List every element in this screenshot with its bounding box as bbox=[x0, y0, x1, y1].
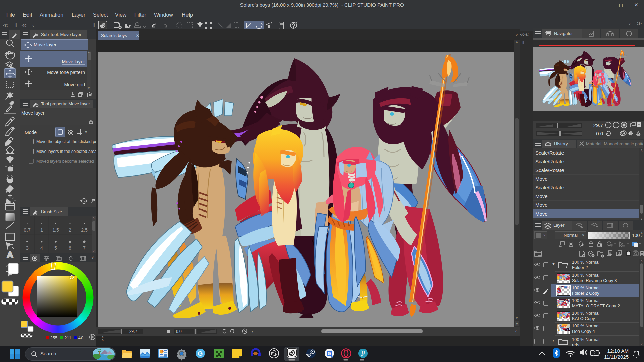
svg-text:0.7: 0.7 bbox=[24, 227, 31, 233]
svg-text:‹: ‹ bbox=[252, 329, 253, 334]
svg-text:4: 4 bbox=[40, 245, 43, 251]
svg-text:A: A bbox=[7, 250, 13, 260]
svg-text:3: 3 bbox=[26, 245, 29, 251]
svg-text:29.7: 29.7 bbox=[129, 329, 138, 334]
svg-text:0.0: 0.0 bbox=[176, 329, 182, 334]
svg-text:1: 1 bbox=[40, 227, 43, 233]
svg-text:G: G bbox=[198, 350, 203, 357]
svg-text:P: P bbox=[361, 350, 365, 357]
svg-text:1.5: 1.5 bbox=[52, 227, 59, 233]
svg-text:G: G bbox=[328, 351, 331, 356]
svg-text:7: 7 bbox=[83, 245, 86, 251]
svg-text:29.7: 29.7 bbox=[593, 122, 603, 128]
svg-text:2: 2 bbox=[69, 227, 71, 233]
svg-text:2.5: 2.5 bbox=[81, 227, 88, 233]
svg-text:5: 5 bbox=[54, 245, 57, 251]
svg-text:6: 6 bbox=[69, 245, 71, 251]
svg-text:z: z bbox=[638, 350, 639, 354]
svg-text:0.0: 0.0 bbox=[596, 131, 603, 136]
